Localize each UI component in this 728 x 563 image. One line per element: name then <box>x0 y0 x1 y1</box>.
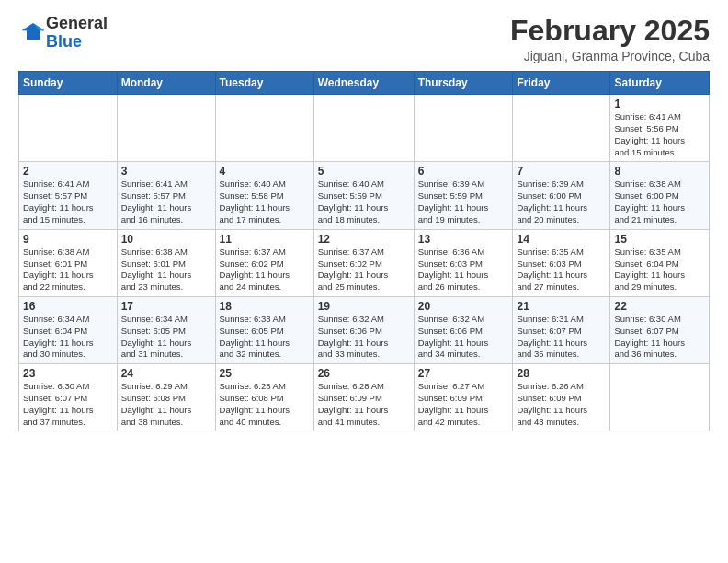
day-number: 4 <box>220 165 310 178</box>
day-info: Sunrise: 6:30 AM Sunset: 6:07 PM Dayligh… <box>614 314 705 361</box>
day-info: Sunrise: 6:40 AM Sunset: 5:58 PM Dayligh… <box>220 178 310 225</box>
calendar-cell <box>513 95 610 162</box>
day-number: 20 <box>418 300 509 313</box>
day-info: Sunrise: 6:34 AM Sunset: 6:05 PM Dayligh… <box>121 314 211 361</box>
weekday-header-row: SundayMondayTuesdayWednesdayThursdayFrid… <box>19 72 710 95</box>
calendar-cell <box>313 95 414 162</box>
day-info: Sunrise: 6:38 AM Sunset: 6:01 PM Dayligh… <box>121 247 211 293</box>
calendar-week-row: 2Sunrise: 6:41 AM Sunset: 5:57 PM Daylig… <box>19 162 710 229</box>
svg-marker-0 <box>21 23 44 40</box>
day-info: Sunrise: 6:32 AM Sunset: 6:06 PM Dayligh… <box>318 314 410 361</box>
day-number: 25 <box>220 367 310 380</box>
day-number: 6 <box>418 165 509 178</box>
weekday-header: Sunday <box>19 72 118 95</box>
logo-blue-text: Blue <box>46 32 82 51</box>
day-number: 12 <box>318 233 410 246</box>
header: General Blue February 2025 Jiguani, Gran… <box>18 15 710 63</box>
day-number: 22 <box>614 300 705 313</box>
day-number: 2 <box>23 165 113 178</box>
calendar-cell: 10Sunrise: 6:38 AM Sunset: 6:01 PM Dayli… <box>117 229 215 296</box>
day-number: 28 <box>517 367 606 380</box>
location: Jiguani, Granma Province, Cuba <box>510 49 710 63</box>
day-number: 10 <box>121 233 211 246</box>
day-info: Sunrise: 6:39 AM Sunset: 5:59 PM Dayligh… <box>418 178 509 225</box>
day-info: Sunrise: 6:40 AM Sunset: 5:59 PM Dayligh… <box>318 178 410 225</box>
day-info: Sunrise: 6:35 AM Sunset: 6:04 PM Dayligh… <box>614 247 705 293</box>
day-number: 27 <box>418 367 509 380</box>
calendar-cell: 14Sunrise: 6:35 AM Sunset: 6:03 PM Dayli… <box>513 229 610 296</box>
month-title: February 2025 <box>510 15 710 47</box>
weekday-header: Monday <box>117 72 215 95</box>
calendar-cell: 21Sunrise: 6:31 AM Sunset: 6:07 PM Dayli… <box>513 296 610 363</box>
day-number: 3 <box>121 165 211 178</box>
day-number: 14 <box>517 233 606 246</box>
calendar-cell: 6Sunrise: 6:39 AM Sunset: 5:59 PM Daylig… <box>414 162 513 229</box>
calendar-cell: 28Sunrise: 6:26 AM Sunset: 6:09 PM Dayli… <box>513 364 610 431</box>
day-number: 13 <box>418 233 509 246</box>
calendar-cell: 25Sunrise: 6:28 AM Sunset: 6:08 PM Dayli… <box>215 364 313 431</box>
day-info: Sunrise: 6:33 AM Sunset: 6:05 PM Dayligh… <box>220 314 310 361</box>
day-info: Sunrise: 6:32 AM Sunset: 6:06 PM Dayligh… <box>418 314 509 361</box>
calendar-cell: 22Sunrise: 6:30 AM Sunset: 6:07 PM Dayli… <box>610 296 710 363</box>
day-number: 24 <box>121 367 211 380</box>
logo: General Blue <box>18 15 108 52</box>
calendar-cell <box>19 95 118 162</box>
day-info: Sunrise: 6:26 AM Sunset: 6:09 PM Dayligh… <box>517 381 606 428</box>
day-info: Sunrise: 6:37 AM Sunset: 6:02 PM Dayligh… <box>318 247 410 293</box>
day-info: Sunrise: 6:39 AM Sunset: 6:00 PM Dayligh… <box>517 178 606 225</box>
calendar-cell: 15Sunrise: 6:35 AM Sunset: 6:04 PM Dayli… <box>610 229 710 296</box>
calendar-cell: 23Sunrise: 6:30 AM Sunset: 6:07 PM Dayli… <box>19 364 118 431</box>
calendar-cell: 2Sunrise: 6:41 AM Sunset: 5:57 PM Daylig… <box>19 162 118 229</box>
calendar-week-row: 9Sunrise: 6:38 AM Sunset: 6:01 PM Daylig… <box>19 229 710 296</box>
weekday-header: Wednesday <box>313 72 414 95</box>
day-number: 26 <box>318 367 410 380</box>
day-info: Sunrise: 6:36 AM Sunset: 6:03 PM Dayligh… <box>418 247 509 293</box>
weekday-header: Friday <box>513 72 610 95</box>
calendar-cell <box>215 95 313 162</box>
day-number: 8 <box>614 165 705 178</box>
calendar-cell: 11Sunrise: 6:37 AM Sunset: 6:02 PM Dayli… <box>215 229 313 296</box>
calendar-cell: 4Sunrise: 6:40 AM Sunset: 5:58 PM Daylig… <box>215 162 313 229</box>
day-info: Sunrise: 6:35 AM Sunset: 6:03 PM Dayligh… <box>517 247 606 293</box>
calendar-cell: 1Sunrise: 6:41 AM Sunset: 5:56 PM Daylig… <box>610 95 710 162</box>
calendar-cell <box>414 95 513 162</box>
day-info: Sunrise: 6:41 AM Sunset: 5:57 PM Dayligh… <box>121 178 211 225</box>
day-number: 18 <box>220 300 310 313</box>
day-number: 17 <box>121 300 211 313</box>
day-info: Sunrise: 6:37 AM Sunset: 6:02 PM Dayligh… <box>220 247 310 293</box>
day-number: 15 <box>614 233 705 246</box>
calendar-cell: 3Sunrise: 6:41 AM Sunset: 5:57 PM Daylig… <box>117 162 215 229</box>
day-number: 21 <box>517 300 606 313</box>
calendar-cell: 26Sunrise: 6:28 AM Sunset: 6:09 PM Dayli… <box>313 364 414 431</box>
day-number: 11 <box>220 233 310 246</box>
logo-icon <box>20 18 46 44</box>
weekday-header: Tuesday <box>215 72 313 95</box>
day-info: Sunrise: 6:41 AM Sunset: 5:56 PM Dayligh… <box>614 111 705 158</box>
calendar-week-row: 23Sunrise: 6:30 AM Sunset: 6:07 PM Dayli… <box>19 364 710 431</box>
calendar-cell: 16Sunrise: 6:34 AM Sunset: 6:04 PM Dayli… <box>19 296 118 363</box>
weekday-header: Saturday <box>610 72 710 95</box>
calendar-cell: 5Sunrise: 6:40 AM Sunset: 5:59 PM Daylig… <box>313 162 414 229</box>
calendar-week-row: 16Sunrise: 6:34 AM Sunset: 6:04 PM Dayli… <box>19 296 710 363</box>
day-number: 16 <box>23 300 113 313</box>
day-info: Sunrise: 6:28 AM Sunset: 6:08 PM Dayligh… <box>220 381 310 428</box>
logo-general-text: General <box>46 14 108 32</box>
calendar-table: SundayMondayTuesdayWednesdayThursdayFrid… <box>18 71 710 431</box>
calendar-cell: 24Sunrise: 6:29 AM Sunset: 6:08 PM Dayli… <box>117 364 215 431</box>
calendar-cell: 17Sunrise: 6:34 AM Sunset: 6:05 PM Dayli… <box>117 296 215 363</box>
day-info: Sunrise: 6:38 AM Sunset: 6:00 PM Dayligh… <box>614 178 705 225</box>
day-info: Sunrise: 6:30 AM Sunset: 6:07 PM Dayligh… <box>23 381 113 428</box>
calendar-week-row: 1Sunrise: 6:41 AM Sunset: 5:56 PM Daylig… <box>19 95 710 162</box>
day-info: Sunrise: 6:27 AM Sunset: 6:09 PM Dayligh… <box>418 381 509 428</box>
day-number: 7 <box>517 165 606 178</box>
day-info: Sunrise: 6:34 AM Sunset: 6:04 PM Dayligh… <box>23 314 113 361</box>
day-info: Sunrise: 6:29 AM Sunset: 6:08 PM Dayligh… <box>121 381 211 428</box>
calendar-cell: 20Sunrise: 6:32 AM Sunset: 6:06 PM Dayli… <box>414 296 513 363</box>
day-info: Sunrise: 6:31 AM Sunset: 6:07 PM Dayligh… <box>517 314 606 361</box>
calendar-cell: 19Sunrise: 6:32 AM Sunset: 6:06 PM Dayli… <box>313 296 414 363</box>
day-info: Sunrise: 6:28 AM Sunset: 6:09 PM Dayligh… <box>318 381 410 428</box>
calendar-cell: 27Sunrise: 6:27 AM Sunset: 6:09 PM Dayli… <box>414 364 513 431</box>
day-number: 5 <box>318 165 410 178</box>
calendar-cell: 18Sunrise: 6:33 AM Sunset: 6:05 PM Dayli… <box>215 296 313 363</box>
calendar-cell: 7Sunrise: 6:39 AM Sunset: 6:00 PM Daylig… <box>513 162 610 229</box>
